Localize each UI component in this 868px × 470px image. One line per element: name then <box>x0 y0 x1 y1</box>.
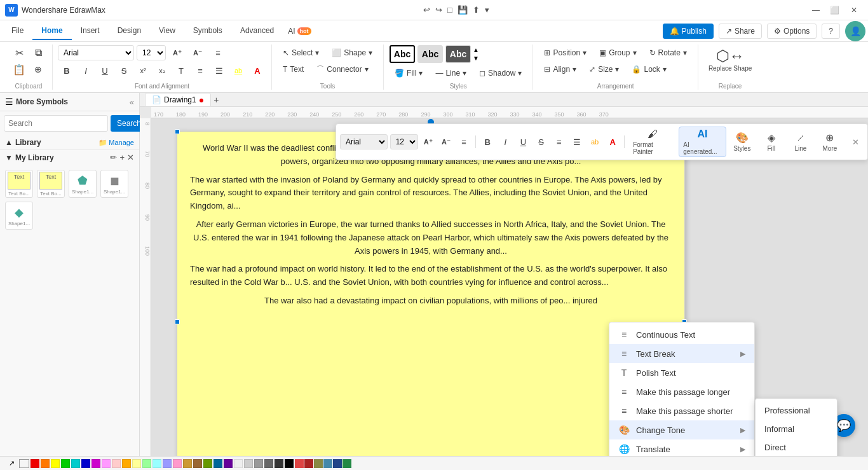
cs5[interactable] <box>333 459 342 468</box>
color-swatch-lightgreen[interactable] <box>142 459 151 468</box>
align-btn[interactable]: ≡ <box>209 45 227 61</box>
ft-italic-btn[interactable]: I <box>498 134 513 150</box>
font-size-select[interactable]: 12 <box>137 45 166 60</box>
ctx-continuous-text[interactable]: ≡ Continuous Text <box>609 325 754 344</box>
copy-btn[interactable]: ⧉ <box>29 45 47 61</box>
save-icon[interactable]: 💾 <box>458 5 468 15</box>
ctx-change-tone[interactable]: 🎨 Change Tone ▶ <box>609 420 754 439</box>
color-swatch-violet[interactable] <box>224 459 233 468</box>
search-input[interactable] <box>4 115 108 132</box>
tab-home[interactable]: Home <box>32 22 71 40</box>
strikethrough-btn[interactable]: S <box>115 62 133 79</box>
color-swatch-orange[interactable] <box>41 459 50 468</box>
ft-fill-btn[interactable]: ◈ Fill <box>758 130 785 154</box>
tone-professional[interactable]: Professional <box>756 401 837 420</box>
color-swatch-teal[interactable] <box>214 459 222 468</box>
thumb-item-3[interactable]: ⬟ Shape1... <box>69 170 97 198</box>
ft-bold-btn[interactable]: B <box>480 134 495 150</box>
underline-btn[interactable]: U <box>96 62 114 79</box>
color-swatch-silver[interactable] <box>244 459 253 468</box>
tone-direct[interactable]: Direct <box>756 438 837 456</box>
tab-insert[interactable]: Insert <box>72 22 109 40</box>
ft-format-painter-btn[interactable]: 🖌 Format Painter <box>628 127 676 157</box>
color-swatch-cyan[interactable] <box>71 459 80 468</box>
more-quick-icon[interactable]: ▾ <box>485 5 489 15</box>
highlight-btn[interactable]: ab <box>229 62 247 79</box>
thumb-item-1[interactable]: Text Text Bo... <box>5 170 33 198</box>
new-icon[interactable]: □ <box>447 5 452 15</box>
shape-btn[interactable]: ⬜ Shape ▾ <box>326 45 378 61</box>
undo-icon[interactable]: ↩ <box>423 5 430 15</box>
tab-advanced[interactable]: Advanced <box>231 22 283 40</box>
connector-btn[interactable]: ⌒ Connector ▾ <box>311 61 374 78</box>
color-swatch-yellow[interactable] <box>51 459 60 468</box>
ft-highlight-btn[interactable]: ab <box>587 134 602 150</box>
my-library-label[interactable]: ▼ My Library <box>5 153 54 162</box>
style-box-2[interactable]: Abc <box>417 45 443 63</box>
share-btn[interactable]: ↗ Share <box>719 24 762 39</box>
italic-btn[interactable]: I <box>77 62 95 79</box>
lock-btn[interactable]: 🔒 Lock ▾ <box>626 61 672 78</box>
ctx-polish-text[interactable]: T Polish Text <box>609 363 754 382</box>
ft-size-select[interactable]: 12 <box>390 134 418 149</box>
add-doc-btn[interactable]: + <box>214 95 219 105</box>
thumb-item-2[interactable]: Text Text Bo... <box>37 170 65 198</box>
ft-align-btn[interactable]: ≡ <box>456 134 471 150</box>
options-btn[interactable]: ⚙ Options <box>767 24 817 39</box>
font-color-btn[interactable]: A <box>248 62 266 79</box>
bold-btn[interactable]: B <box>58 62 76 79</box>
ft-underline-btn[interactable]: U <box>515 134 531 150</box>
align-btn2[interactable]: ⊟ Align ▾ <box>538 61 582 78</box>
subscript-btn[interactable]: x₂ <box>153 62 171 79</box>
ft-ai-btn[interactable]: AI AI generated... <box>679 127 726 157</box>
color-swatch-red[interactable] <box>31 459 39 468</box>
font-select[interactable]: Arial <box>58 45 134 60</box>
add-icon[interactable]: + <box>119 153 125 162</box>
paste-btn[interactable]: 📋 <box>10 61 28 78</box>
tab-view[interactable]: View <box>150 22 184 40</box>
select-btn[interactable]: ↖ Select ▾ <box>277 45 325 61</box>
text-btn[interactable]: T Text <box>277 61 309 78</box>
ft-font-select[interactable]: Arial <box>340 134 388 149</box>
manage-btn[interactable]: 📁 Manage <box>98 139 134 147</box>
style-box-3[interactable]: Abc <box>445 45 471 63</box>
color-swatch-purple[interactable] <box>92 459 100 468</box>
color-swatch-green[interactable] <box>61 459 70 468</box>
color-swatch-lightpink[interactable] <box>112 459 121 468</box>
close-btn[interactable]: ✕ <box>845 4 863 17</box>
tab-ai[interactable]: AI hot <box>283 25 316 38</box>
color-swatch-blue[interactable] <box>81 459 90 468</box>
superscript-btn[interactable]: x² <box>134 62 152 79</box>
redo-icon[interactable]: ↪ <box>435 5 442 15</box>
cut-btn[interactable]: ✂ <box>10 45 28 61</box>
line-btn[interactable]: — Line ▾ <box>430 65 472 81</box>
color-swatch-lightyellow[interactable] <box>132 459 141 468</box>
ft-increase-size-btn[interactable]: A⁺ <box>421 134 436 150</box>
increase-font-btn[interactable]: A⁺ <box>168 45 186 61</box>
group-btn[interactable]: ▣ Group ▾ <box>593 45 642 61</box>
ft-more-btn[interactable]: ⊕ More <box>817 130 843 154</box>
ft-line-btn[interactable]: ⟋ Line <box>787 130 814 154</box>
ft-styles-btn[interactable]: 🎨 Styles <box>729 130 756 154</box>
color-swatch-lightblue[interactable] <box>163 459 172 468</box>
tab-file[interactable]: File <box>3 22 32 40</box>
ft-bullets-btn[interactable]: ☰ <box>569 134 585 150</box>
color-swatch-lightcyan[interactable] <box>153 459 161 468</box>
ctx-longer[interactable]: ≡ Make this passage longer <box>609 382 754 401</box>
minimize-btn[interactable]: — <box>807 4 825 17</box>
ctx-shorter[interactable]: ≡ Make this passage shorter <box>609 401 754 420</box>
collapse-icon[interactable]: « <box>130 97 134 107</box>
palette-arrow-icon[interactable]: ↗ <box>5 459 18 469</box>
sidebar-menu-icon[interactable]: ☰ <box>5 97 13 107</box>
handle-ml[interactable] <box>175 319 180 324</box>
maximize-btn[interactable]: ⬜ <box>826 4 844 17</box>
rotate-btn[interactable]: ↻ Rotate ▾ <box>644 45 693 61</box>
cs4[interactable] <box>323 459 332 468</box>
ft-fontcolor-btn[interactable]: A <box>605 134 620 150</box>
color-swatch-pink[interactable] <box>102 459 111 468</box>
user-avatar[interactable]: 👤 <box>845 21 865 41</box>
decrease-font-btn[interactable]: A⁻ <box>189 45 207 61</box>
color-swatch-light[interactable] <box>234 459 243 468</box>
ft-close-btn[interactable]: ✕ <box>848 134 864 150</box>
style-box-1[interactable]: Abc <box>390 45 415 63</box>
